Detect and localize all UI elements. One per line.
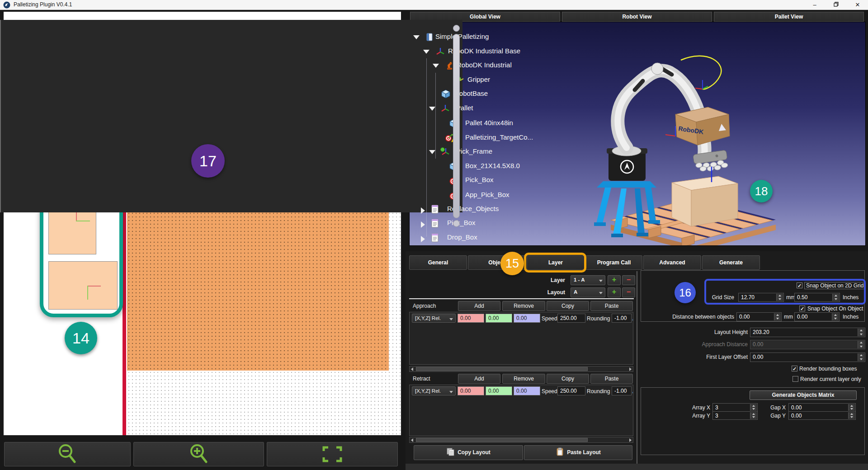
tree-item-pallet-40inx48in[interactable]: Pallet 40inx48in [410,117,545,131]
distance-inch-field[interactable]: 0.00 [794,312,840,321]
array-x-field[interactable]: 3 [712,403,758,412]
layer-select-dropdown[interactable]: 1 - A [571,275,605,285]
chevron-down-icon[interactable] [429,107,435,111]
spinner[interactable] [848,412,855,419]
scrollbar-thumb[interactable] [453,34,460,218]
window-bottom-strip [406,464,868,470]
tree-item-pick-box[interactable]: Pick_Box [410,174,545,188]
paste-layout-button[interactable]: Paste Layout [524,445,632,460]
approach-remove-button[interactable]: Remove [502,301,545,311]
spinner[interactable] [750,404,757,411]
zoom-out-button[interactable] [4,442,131,466]
approach-list[interactable]: [X,Y,Z] Rel. 0.00 0.00 0.00 Speed 250.00… [409,312,633,365]
approach-x-field[interactable]: 0.00 [458,314,484,323]
tree-item-pick-frame[interactable]: Pick_Frame [410,145,545,159]
chevron-right-icon[interactable] [421,236,425,242]
approach-mode-dropdown[interactable]: [X,Y,Z] Rel. [412,314,456,323]
retract-add-button[interactable]: Add [458,374,500,384]
scroll-down-knob[interactable] [453,220,460,227]
generate-matrix-header[interactable]: Generate Objects Matrix [750,390,857,400]
chevron-right-icon[interactable] [421,221,425,228]
layout-select-dropdown[interactable]: A [571,287,605,297]
tree-item-gripper[interactable]: Gripper [410,73,545,87]
retract-rounding-field[interactable]: -1.00 [612,386,632,395]
tree-item-app-pick-box[interactable]: App_Pick_Box [410,188,545,202]
tab-pallet-view[interactable]: Pallet View [714,12,864,22]
scroll-right-icon[interactable] [629,438,632,442]
retract-x-field[interactable]: 0.00 [458,386,484,395]
tree-item-robodk-industrial[interactable]: RoboDK Industrial [410,59,545,73]
gap-y-field[interactable]: 0.00 [788,411,856,420]
tab-robot-view[interactable]: Robot View [562,12,712,22]
minimize-button[interactable]: – [807,0,822,9]
retract-hscrollbar[interactable] [409,437,633,443]
tree-item-pallet[interactable]: Pallet [410,102,545,116]
restore-button[interactable] [828,0,844,9]
distance-mm-field[interactable]: 0.00 [736,312,782,321]
scrollbar-thumb[interactable] [416,367,588,371]
scroll-right-icon[interactable] [629,367,632,371]
copy-layout-button[interactable]: Copy Layout [414,445,523,460]
spinner[interactable] [774,313,781,320]
chevron-right-icon[interactable] [421,207,425,214]
retract-y-field[interactable]: 0.00 [486,386,512,395]
chevron-down-icon[interactable] [423,50,429,54]
tree-item-robodk-industrial-base[interactable]: RoboDK Industrial Base [410,45,545,59]
first-layer-offset-field[interactable]: 0.00 [750,352,865,362]
scroll-left-icon[interactable] [411,367,413,371]
array-y-field[interactable]: 3 [712,411,758,420]
gap-x-field[interactable]: 0.00 [788,403,856,412]
tab-advanced[interactable]: Advanced [643,255,701,270]
retract-speed-field[interactable]: 250.00 [557,386,585,395]
approach-speed-field[interactable]: 250.00 [557,314,585,323]
tree-item-palletizing-targetco[interactable]: Palletizing_TargetCo... [410,131,545,145]
tree-item-simple-palletizing[interactable]: Simple Palletizing [410,30,545,44]
tree-item-robotbase[interactable]: RobotBase [410,87,545,101]
scroll-up-knob[interactable] [453,25,460,32]
tree-item-drop-box[interactable]: Drop_Box [410,231,545,245]
tree-item-replace-objects[interactable]: Replace_Objects [410,202,545,216]
tab-program-call[interactable]: Program Call [585,255,642,270]
retract-mode-dropdown[interactable]: [X,Y,Z] Rel. [412,386,456,395]
approach-hscrollbar[interactable] [409,366,633,372]
gap-x-label: Gap X [763,404,786,411]
approach-rounding-field[interactable]: -1.00 [612,314,632,323]
spinner[interactable] [848,404,855,411]
approach-add-button[interactable]: Add [458,301,500,311]
retract-z-field[interactable]: 0.00 [514,386,540,395]
render-bounding-checkbox[interactable]: ✓ [792,366,797,371]
tree-item-box-21x14-5x8-0[interactable]: Box_21X14.5X8.0 [410,160,545,174]
scrollbar-thumb[interactable] [416,438,588,442]
retract-copy-button[interactable]: Copy [547,374,589,384]
scroll-left-icon[interactable] [411,438,413,442]
spinner[interactable] [750,412,757,419]
zoom-in-button[interactable] [133,442,264,466]
approach-y-field[interactable]: 0.00 [486,314,512,323]
retract-remove-button[interactable]: Remove [502,374,545,384]
tree-item-pick-box[interactable]: Pick_Box [410,216,545,230]
queue-box-4[interactable] [48,261,118,310]
retract-list[interactable]: [X,Y,Z] Rel. 0.00 0.00 0.00 Speed 250.00… [409,385,633,436]
layer-add-button[interactable]: + [608,275,621,285]
spinner[interactable] [858,353,864,361]
layer-remove-button[interactable]: − [622,275,635,285]
render-current-checkbox[interactable] [793,376,798,382]
fit-view-button[interactable] [267,442,398,466]
layout-remove-button[interactable]: − [622,287,635,297]
spinner[interactable] [858,329,864,336]
chevron-down-icon[interactable] [433,64,439,68]
tab-generate[interactable]: Generate [702,255,760,270]
close-button[interactable]: ✕ [850,0,865,9]
layout-add-button[interactable]: + [608,287,621,297]
retract-paste-button[interactable]: Paste [590,374,633,384]
snap-object-checkbox[interactable]: ✓ [799,306,805,311]
approach-paste-button[interactable]: Paste [590,301,633,311]
approach-z-field[interactable]: 0.00 [514,314,540,323]
tab-general[interactable]: General [409,255,467,270]
chevron-down-icon[interactable] [429,150,435,154]
approach-copy-button[interactable]: Copy [547,301,589,311]
layout-height-field[interactable]: 203.20 [750,328,865,337]
viewport-3d[interactable]: RoboDK [409,22,866,246]
chevron-down-icon[interactable] [413,35,420,39]
spinner[interactable] [832,313,839,320]
